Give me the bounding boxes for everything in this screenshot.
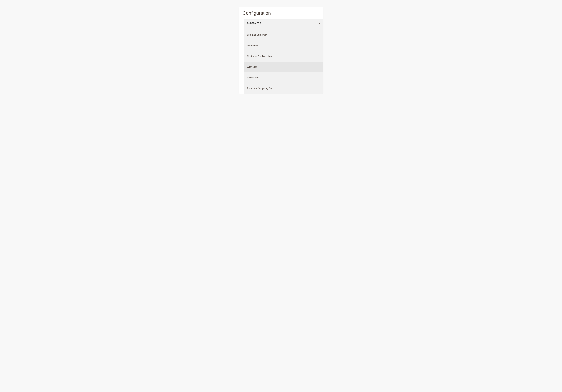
menu-item-promotions[interactable]: Promotions: [244, 72, 323, 83]
left-spacer: [239, 19, 244, 94]
menu-item-label: Login as Customer: [247, 34, 267, 36]
menu-item-login-as-customer[interactable]: Login as Customer: [244, 30, 323, 40]
menu-item-newsletter[interactable]: Newsletter: [244, 40, 323, 51]
section-header-customers[interactable]: Customers: [244, 19, 323, 27]
section-header-label: Customers: [247, 22, 261, 24]
menu-item-label: Persistent Shopping Cart: [247, 87, 273, 90]
menu-item-label: Customer Configuration: [247, 55, 272, 58]
chevron-up-icon: [317, 22, 320, 24]
page-title: Configuration: [239, 7, 323, 19]
menu-list: Login as Customer Newsletter Customer Co…: [244, 27, 323, 94]
menu-item-label: Wish List: [247, 66, 257, 68]
section-body: Customers Login as Customer Newsletter C…: [244, 19, 323, 94]
menu-item-persistent-shopping-cart[interactable]: Persistent Shopping Cart: [244, 83, 323, 94]
menu-item-wish-list[interactable]: Wish List: [244, 62, 323, 72]
config-section: Customers Login as Customer Newsletter C…: [239, 19, 323, 94]
menu-item-customer-configuration[interactable]: Customer Configuration: [244, 51, 323, 62]
menu-item-label: Newsletter: [247, 44, 258, 47]
menu-item-label: Promotions: [247, 76, 259, 79]
configuration-panel: Configuration Customers Login as Custome…: [239, 7, 323, 94]
